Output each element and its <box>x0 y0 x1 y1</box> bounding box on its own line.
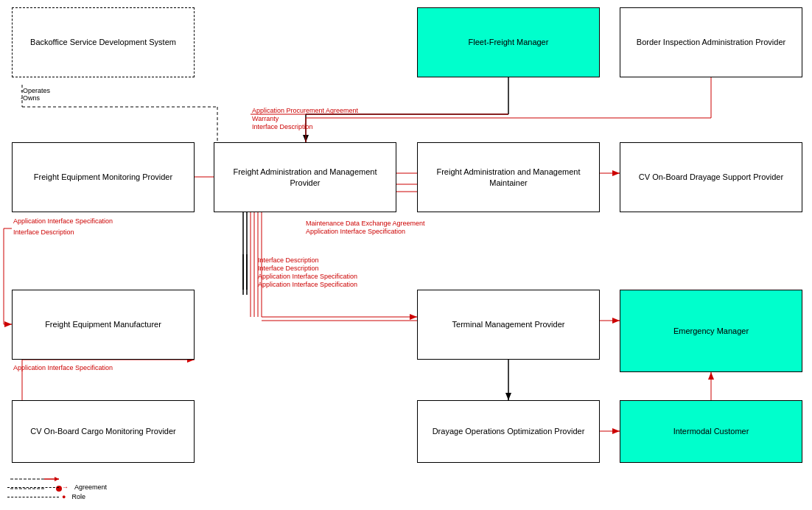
node-backoffice: Backoffice Service Development System <box>12 7 195 77</box>
svg-marker-21 <box>410 314 417 320</box>
svg-marker-38 <box>505 393 511 400</box>
node-freight-equip-mfr: Freight Equipment Manufacturer <box>12 290 195 360</box>
label-app-interface-spec-mfr: Application Interface Specification <box>13 364 113 371</box>
node-freight-admin-provider: Freight Administration and Management Pr… <box>214 142 396 212</box>
label-app-interface-spec-4: Application Interface Specification <box>258 281 357 288</box>
label-warranty: Warranty <box>252 115 279 122</box>
svg-marker-25 <box>612 170 620 176</box>
label-interface-desc-2: Interface Description <box>258 256 319 264</box>
owns-label: -Owns <box>21 94 40 102</box>
node-fleet-freight: Fleet-Freight Manager <box>417 7 600 77</box>
node-emergency-mgr: Emergency Manager <box>620 290 802 372</box>
label-app-interface-spec-2: Application Interface Specification <box>306 228 405 235</box>
svg-marker-43 <box>55 477 59 481</box>
svg-marker-40 <box>708 372 714 380</box>
label-app-procurement: Application Procurement Agreement <box>252 107 358 114</box>
label-interface-desc-top: Interface Description <box>252 123 313 130</box>
legend: → Agreement ● Role <box>7 483 107 503</box>
diagram-container: { "nodes": { "backoffice": { "label": "B… <box>0 0 812 510</box>
node-border-inspection: Border Inspection Administration Provide… <box>620 7 802 77</box>
label-app-interface-spec-3: Application Interface Specification <box>258 273 357 280</box>
legend-agreement: → Agreement <box>7 483 107 491</box>
node-terminal-mgmt: Terminal Management Provider <box>417 290 600 360</box>
legend-role: ● Role <box>7 493 107 500</box>
svg-marker-23 <box>612 318 620 324</box>
label-interface-desc-3: Interface Description <box>258 265 319 272</box>
node-intermodal-customer: Intermodal Customer <box>620 400 802 463</box>
label-interface-desc-left: Interface Description <box>13 228 74 236</box>
svg-marker-6 <box>303 135 309 142</box>
label-maintenance-data: Maintenance Data Exchange Agreement <box>306 220 425 227</box>
svg-marker-34 <box>4 321 12 327</box>
node-drayage-ops: Drayage Operations Optimization Provider <box>417 400 600 463</box>
operates-label: -Operates <box>21 87 50 94</box>
node-freight-equip-monitor: Freight Equipment Monitoring Provider <box>12 142 195 212</box>
node-cv-cargo-monitor: CV On-Board Cargo Monitoring Provider <box>12 400 195 463</box>
svg-marker-36 <box>612 428 620 434</box>
node-cv-onboard-drayage: CV On-Board Drayage Support Provider <box>620 142 802 212</box>
node-freight-admin-maintainer: Freight Administration and Management Ma… <box>417 142 600 212</box>
label-app-interface-spec-1: Application Interface Specification <box>13 217 113 225</box>
